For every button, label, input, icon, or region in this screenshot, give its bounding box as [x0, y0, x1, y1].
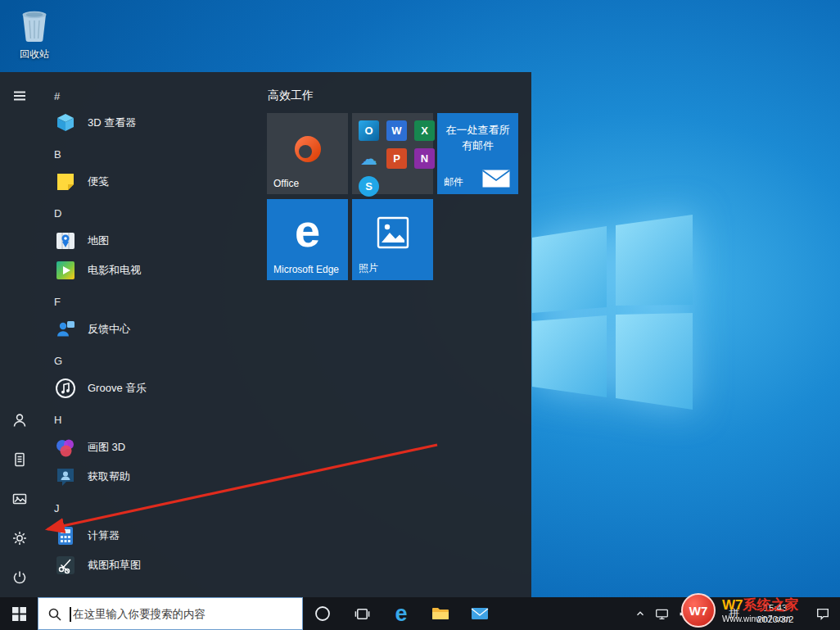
calculator-icon — [54, 524, 77, 547]
windows-wallpaper-logo — [531, 213, 694, 418]
section-header[interactable]: J — [54, 502, 60, 514]
windows-logo-icon — [12, 607, 26, 621]
photos-tile[interactable]: 照片 — [352, 199, 433, 280]
recycle-bin-icon[interactable]: 回收站 — [10, 8, 59, 61]
edge-logo-icon: e — [267, 204, 348, 257]
app-label: 获取帮助 — [88, 469, 130, 484]
app-item-snip-sketch[interactable]: 截图和草图 — [44, 551, 267, 579]
ime-badge: 拼 — [729, 606, 740, 621]
app-label: 地图 — [88, 233, 109, 248]
office-logo-icon — [290, 131, 326, 167]
app-item-movies-tv[interactable]: 电影和电视 — [44, 256, 267, 284]
mail-tile[interactable]: 在一处查看所有邮件 邮件 — [437, 113, 518, 194]
section-header[interactable]: B — [54, 148, 61, 161]
action-center-button[interactable] — [806, 597, 840, 630]
mail-taskbar-button[interactable] — [460, 597, 499, 630]
show-hidden-icons-button[interactable] — [630, 597, 650, 630]
onedrive-icon: ☁ — [359, 148, 379, 169]
app-label: 反馈中心 — [88, 322, 130, 337]
cortana-button[interactable] — [303, 597, 342, 630]
settings-button[interactable] — [0, 522, 39, 555]
sticky-notes-icon — [54, 170, 77, 193]
network-tray-button[interactable] — [650, 597, 673, 630]
app-item-get-help[interactable]: 获取帮助 — [44, 463, 267, 491]
cortana-icon — [314, 605, 331, 622]
tile-label: Microsoft Edge — [273, 264, 339, 275]
app-item-sticky-notes[interactable]: 便笺 — [44, 168, 267, 196]
hamburger-icon — [11, 88, 28, 104]
start-menu-rail — [0, 72, 39, 597]
word-icon: W — [386, 120, 407, 141]
app-item-3d-viewer[interactable]: 3D 查看器 — [44, 109, 267, 137]
edge-taskbar-button[interactable]: e — [382, 597, 421, 630]
app-label: 画图 3D — [88, 440, 125, 455]
app-label: 电影和电视 — [88, 263, 141, 278]
folder-icon — [431, 606, 449, 621]
user-icon — [11, 412, 28, 428]
office-apps-folder-tile[interactable]: O W X ☁ P N S — [352, 113, 433, 194]
office-apps-grid: O W X ☁ P N S — [359, 120, 435, 197]
tile-group-title[interactable]: 高效工作 — [268, 88, 314, 103]
power-button[interactable] — [0, 561, 39, 594]
expand-menu-button[interactable] — [0, 79, 39, 112]
onenote-icon: N — [414, 148, 435, 169]
ime-indicator[interactable]: 拼 — [724, 597, 745, 630]
speaker-icon — [678, 607, 692, 621]
mail-icon — [471, 607, 489, 620]
paint-3d-icon — [54, 436, 77, 459]
edge-tile[interactable]: e Microsoft Edge — [267, 199, 348, 280]
start-button[interactable] — [0, 597, 38, 630]
tray-spacer — [696, 597, 724, 630]
document-icon — [11, 451, 28, 468]
app-label: Groove 音乐 — [88, 381, 147, 396]
task-view-button[interactable] — [342, 597, 382, 630]
documents-button[interactable] — [0, 443, 39, 476]
photos-icon — [376, 215, 410, 250]
outlook-icon: O — [359, 120, 379, 141]
user-account-button[interactable] — [0, 404, 39, 437]
taskbar-search-input[interactable] — [38, 598, 302, 629]
start-menu: # 3D 查看器 B 便笺 D 地图 电影和电视 — [0, 72, 531, 597]
app-item-feedback-hub[interactable]: 反馈中心 — [44, 315, 267, 343]
skype-icon: S — [359, 176, 379, 197]
task-view-icon — [355, 606, 370, 622]
tile-label: 照片 — [359, 261, 378, 275]
section-header[interactable]: H — [54, 414, 61, 426]
system-tray: 拼 15:43 2020/3/2 — [630, 597, 840, 630]
app-item-paint-3d[interactable]: 画图 3D — [44, 433, 267, 461]
app-item-calculator[interactable]: 计算器 — [44, 522, 267, 550]
recycle-bin-label: 回收站 — [10, 48, 59, 61]
section-header[interactable]: F — [54, 296, 61, 308]
app-item-maps[interactable]: 地图 — [44, 227, 267, 255]
recycle-bin-glyph — [18, 8, 51, 43]
groove-music-icon — [54, 377, 77, 400]
get-help-icon — [54, 465, 77, 488]
file-explorer-button[interactable] — [421, 597, 460, 630]
section-header[interactable]: # — [54, 90, 60, 102]
snip-sketch-icon — [54, 554, 77, 577]
powerpoint-icon: P — [386, 148, 407, 169]
taskbar-clock[interactable]: 15:43 2020/3/2 — [745, 602, 806, 626]
excel-icon: X — [414, 120, 435, 141]
action-center-icon — [815, 606, 830, 621]
movies-tv-icon — [54, 259, 77, 282]
power-icon — [11, 569, 28, 586]
gear-icon — [11, 530, 28, 546]
taskbar: e — [0, 597, 840, 630]
app-item-groove-music[interactable]: Groove 音乐 — [44, 374, 267, 402]
tile-label: Office — [273, 178, 299, 189]
volume-tray-button[interactable] — [673, 597, 696, 630]
section-header[interactable]: D — [54, 207, 61, 220]
app-label: 截图和草图 — [88, 558, 141, 573]
office-tile[interactable]: Office — [267, 113, 348, 194]
edge-icon: e — [395, 603, 407, 625]
chevron-up-icon — [635, 608, 646, 619]
clock-time: 15:43 — [745, 602, 806, 614]
clock-date: 2020/3/2 — [745, 614, 806, 625]
envelope-icon — [482, 170, 510, 188]
maps-icon — [54, 229, 77, 252]
pictures-button[interactable] — [0, 483, 39, 515]
network-icon — [655, 607, 669, 621]
section-header[interactable]: G — [54, 355, 62, 367]
taskbar-search — [38, 597, 303, 630]
